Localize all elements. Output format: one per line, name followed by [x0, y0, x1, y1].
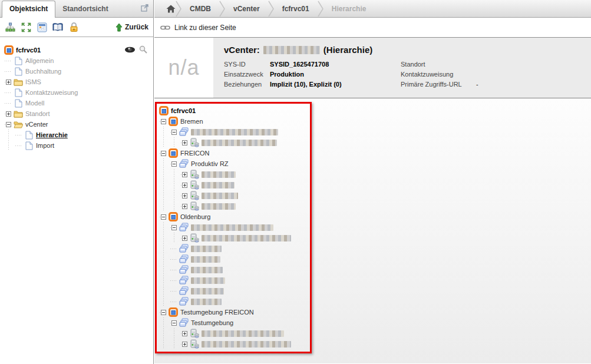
tree-row[interactable]: Testumgebung FREICON [159, 307, 310, 317]
tree-row[interactable] [159, 180, 310, 190]
tree-row[interactable]: vCenter [4, 119, 151, 130]
tree-row[interactable]: Buchhaltung [4, 66, 151, 77]
expand-icon[interactable] [182, 236, 187, 241]
tree-row[interactable] [159, 190, 310, 201]
tree-connector [180, 339, 189, 349]
tree-indent-guide [159, 137, 169, 148]
expand-icon[interactable] [182, 204, 187, 209]
category-tree: fcfrvc01AllgemeinBuchhaltungISMSKontaktz… [0, 37, 153, 151]
expand-icon[interactable] [182, 183, 187, 188]
tree-item-label: Hierarchie [36, 131, 68, 138]
tree-row[interactable]: fcfrvc01 [159, 105, 310, 116]
vcenter-icon [169, 307, 178, 317]
expand-icon[interactable] [182, 342, 187, 347]
tree-item-label: Import [36, 142, 54, 149]
collapse-icon[interactable] [171, 161, 177, 167]
expand-icon[interactable] [182, 172, 187, 177]
tree-row[interactable]: Hierarchie [4, 130, 151, 140]
tree-row[interactable] [159, 254, 310, 264]
expand-icon[interactable] [182, 193, 187, 198]
tree-row[interactable] [159, 296, 310, 307]
tree-row[interactable]: Modell [4, 98, 151, 108]
document-icon [14, 67, 23, 76]
tree-row[interactable] [159, 222, 310, 233]
tree-indent-guide [169, 137, 180, 148]
vcenter-icon [169, 117, 178, 126]
collapse-icon[interactable] [161, 119, 166, 124]
tree-row[interactable]: Import [4, 140, 151, 151]
tree-indent-guide [169, 328, 180, 339]
tree-row[interactable] [159, 339, 310, 349]
expand-icon[interactable] [182, 331, 187, 336]
tree-row[interactable]: Bremen [159, 116, 310, 127]
vcenter-icon [159, 106, 169, 115]
tree-row[interactable]: FREICON [159, 148, 310, 158]
report-table-icon[interactable] [37, 22, 47, 32]
sitemap-icon[interactable] [5, 22, 15, 32]
link-to-page[interactable]: Link zu dieser Seite [174, 24, 236, 32]
breadcrumb-item[interactable]: CMDB [181, 5, 219, 13]
tree-row[interactable]: Kontaktzuweisung [4, 87, 151, 98]
search-icon[interactable] [139, 45, 147, 54]
tree-row[interactable] [159, 201, 310, 211]
tree-item-label: Allgemein [25, 57, 54, 64]
header-field: EinsatzzweckProduktion [224, 71, 401, 78]
tree-row[interactable] [159, 328, 310, 339]
lock-icon[interactable] [68, 22, 79, 32]
expand-all-icon[interactable] [21, 22, 31, 32]
tree-row[interactable] [159, 264, 310, 275]
host-icon [190, 339, 199, 349]
collapse-icon[interactable] [171, 130, 177, 135]
popout-icon[interactable] [141, 4, 148, 12]
redacted-label [202, 235, 291, 241]
redacted-label [202, 193, 238, 199]
page-link-row: Link zu dieser Seite [154, 18, 591, 38]
cluster-icon [179, 318, 189, 327]
back-button[interactable]: Zurück [115, 23, 148, 32]
tab-objektsicht[interactable]: Objektsicht [2, 1, 55, 18]
tab-standortsicht[interactable]: Standortsicht [55, 1, 115, 17]
tree-connector [14, 130, 24, 140]
tree-connector [159, 307, 168, 317]
tree-indent-guide [159, 222, 169, 233]
tree-indent-guide [159, 328, 169, 339]
object-header: n/a vCenter: (Hierarchie) SYS-IDSYSID_16… [154, 38, 591, 98]
title-suffix: (Hierarchie) [323, 45, 372, 55]
tree-row[interactable]: Oldenburg [159, 211, 310, 222]
tree-indent-guide [169, 233, 180, 243]
eye-icon[interactable] [124, 47, 136, 53]
tree-row[interactable]: Standort [4, 108, 151, 119]
collapse-icon[interactable] [161, 214, 166, 220]
collapse-icon[interactable] [161, 151, 166, 156]
tree-row[interactable]: ISMS [4, 77, 151, 87]
expand-icon[interactable] [6, 111, 11, 117]
breadcrumb-item[interactable]: vCenter [225, 5, 268, 13]
tree-connector [169, 127, 179, 137]
home-icon[interactable] [166, 5, 176, 13]
tree-connector [4, 77, 13, 87]
tree-row[interactable] [159, 275, 310, 286]
tree-row[interactable] [159, 169, 310, 180]
tree-row[interactable] [159, 137, 310, 148]
tree-row[interactable] [159, 286, 310, 296]
tree-connector [169, 317, 179, 328]
tree-row[interactable] [159, 243, 310, 254]
collapse-icon[interactable] [6, 122, 11, 127]
breadcrumb-item[interactable]: fcfrvc01 [274, 5, 318, 13]
host-icon [190, 180, 199, 190]
expand-icon[interactable] [182, 140, 187, 145]
expand-icon[interactable] [6, 80, 11, 85]
collapse-icon[interactable] [171, 320, 177, 326]
tree-row[interactable]: Testumgebung [159, 317, 310, 328]
collapse-icon[interactable] [171, 225, 177, 230]
tree-row[interactable]: Allgemein [4, 55, 151, 66]
tree-row[interactable]: Produktiv RZ [159, 158, 310, 169]
tree-indent-guide [4, 130, 14, 140]
header-field: SYS-IDSYSID_1625471708 [224, 61, 401, 68]
collapse-icon[interactable] [161, 310, 166, 315]
book-icon[interactable] [52, 22, 63, 32]
tree-row[interactable] [159, 233, 310, 243]
tree-indent-guide [159, 339, 169, 349]
tree-row[interactable] [159, 127, 310, 137]
field-label: Primäre Zugriffs-URL [401, 81, 476, 88]
